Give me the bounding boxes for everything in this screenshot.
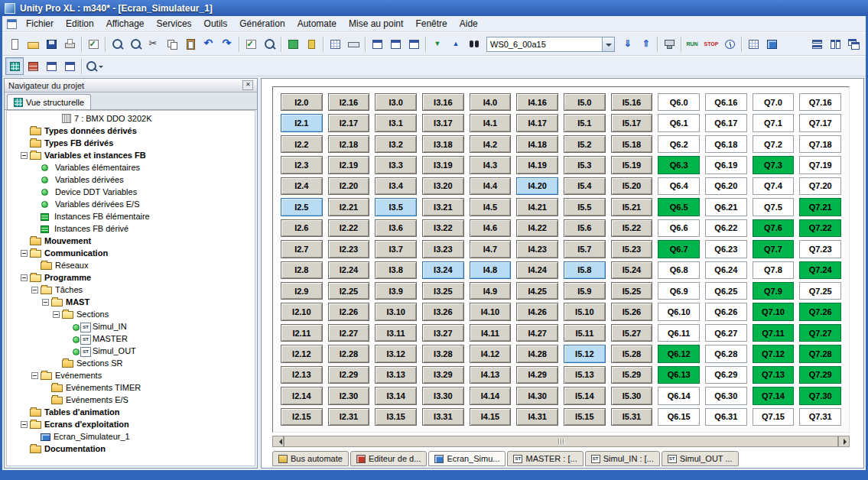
save-floppy-button[interactable] — [42, 35, 60, 53]
input-button-i5-4[interactable]: I5.4 — [564, 177, 606, 195]
printer-button[interactable] — [60, 35, 79, 53]
input-button-i4-12[interactable]: I4.12 — [470, 345, 512, 362]
input-button-i2-4[interactable]: I2.4 — [281, 177, 323, 195]
tree-item-taches[interactable]: Tâches — [7, 284, 255, 296]
connect-pc-button[interactable] — [660, 35, 678, 53]
scrollbar-thumb[interactable] — [284, 436, 838, 447]
grid-editor-button[interactable] — [326, 35, 344, 53]
tree-item-evenements[interactable]: Evénements — [7, 369, 255, 381]
input-button-i4-8[interactable]: I4.8 — [470, 261, 512, 279]
tree-item-simul-in[interactable]: Simul_IN — [7, 320, 255, 332]
input-button-i3-24[interactable]: I3.24 — [422, 261, 464, 279]
input-button-i3-9[interactable]: I3.9 — [375, 282, 417, 300]
input-button-i3-31[interactable]: I3.31 — [422, 408, 464, 426]
input-button-i3-7[interactable]: I3.7 — [375, 240, 417, 258]
input-button-i2-30[interactable]: I2.30 — [328, 387, 370, 404]
close-icon[interactable] — [242, 80, 253, 90]
input-button-i2-15[interactable]: I2.15 — [281, 408, 323, 426]
paste-clipboard-button[interactable] — [181, 35, 200, 53]
scroll-right-icon[interactable] — [838, 436, 850, 447]
input-button-i3-25[interactable]: I3.25 — [422, 282, 464, 300]
new-document-button[interactable] — [5, 35, 24, 53]
input-button-i4-23[interactable]: I4.23 — [516, 240, 558, 258]
input-button-i2-12[interactable]: I2.12 — [281, 345, 323, 362]
input-button-i3-0[interactable]: I3.0 — [375, 93, 417, 111]
input-button-i2-21[interactable]: I2.21 — [328, 198, 370, 216]
input-button-i4-22[interactable]: I4.22 — [516, 219, 558, 237]
input-button-i4-15[interactable]: I4.15 — [470, 408, 512, 426]
zoom-in-magnifier-button[interactable] — [108, 35, 126, 53]
menu-fenetre[interactable]: Fenêtre — [409, 17, 453, 31]
menu-aide[interactable]: Aide — [454, 17, 484, 31]
input-button-i2-27[interactable]: I2.27 — [328, 324, 370, 342]
input-button-i2-25[interactable]: I2.25 — [328, 282, 370, 300]
input-button-i2-11[interactable]: I2.11 — [281, 324, 323, 342]
animation-table-button[interactable] — [744, 35, 762, 53]
tile-horizontal-button[interactable] — [808, 35, 826, 53]
collapse-icon[interactable] — [53, 311, 60, 318]
input-button-i3-12[interactable]: I3.12 — [375, 345, 417, 362]
input-button-i5-0[interactable]: I5.0 — [564, 93, 606, 111]
input-button-i3-1[interactable]: I3.1 — [375, 114, 417, 131]
input-button-i2-9[interactable]: I2.9 — [281, 282, 323, 300]
input-button-i5-12[interactable]: I5.12 — [564, 345, 606, 362]
input-button-i3-5[interactable]: I3.5 — [375, 198, 417, 216]
input-button-i3-28[interactable]: I3.28 — [422, 345, 464, 362]
input-button-i4-31[interactable]: I4.31 — [516, 408, 558, 426]
tree-item-evenements-e-s[interactable]: Evénements E/S — [7, 394, 255, 406]
tree-item-ecrans-d-exploitation[interactable]: Ecrans d'exploitation — [7, 418, 255, 430]
open-folder-button[interactable] — [24, 35, 42, 53]
structural-view-button[interactable] — [5, 57, 24, 75]
copy-pages-button[interactable] — [163, 35, 181, 53]
input-button-i4-13[interactable]: I4.13 — [470, 366, 512, 384]
tree-item-7-bmx-ddo-3202k[interactable]: 7 : BMX DDO 3202K — [7, 112, 255, 125]
input-button-i4-7[interactable]: I4.7 — [470, 240, 512, 258]
station-combo[interactable]: WS0_6_00a15 — [486, 37, 615, 52]
input-button-i2-20[interactable]: I2.20 — [328, 177, 370, 195]
collapse-icon[interactable] — [42, 299, 49, 306]
input-button-i2-6[interactable]: I2.6 — [281, 219, 323, 237]
doc-tab-editeur-de-d[interactable]: Editeur de d... — [350, 451, 427, 466]
input-button-i2-24[interactable]: I2.24 — [328, 261, 370, 279]
input-button-i3-27[interactable]: I3.27 — [422, 324, 464, 342]
input-button-i3-15[interactable]: I3.15 — [375, 408, 417, 426]
input-button-i2-2[interactable]: I2.2 — [281, 135, 323, 153]
input-button-i5-18[interactable]: I5.18 — [611, 135, 653, 153]
collapse-icon[interactable] — [31, 372, 38, 379]
tree-item-device-ddt-variables[interactable]: Device DDT Variables — [7, 186, 255, 198]
input-button-i2-19[interactable]: I2.19 — [328, 156, 370, 174]
input-button-i4-25[interactable]: I4.25 — [516, 282, 558, 300]
input-button-i5-11[interactable]: I5.11 — [564, 324, 606, 342]
input-button-i5-26[interactable]: I5.26 — [611, 303, 653, 320]
input-button-i2-22[interactable]: I2.22 — [328, 219, 370, 237]
tree-item-evenements-timer[interactable]: Evénements TIMER — [7, 381, 255, 394]
input-button-i4-1[interactable]: I4.1 — [470, 114, 512, 131]
input-button-i5-27[interactable]: I5.27 — [611, 324, 653, 342]
tree-item-instances-fb-elementaire[interactable]: Instances FB élémentaire — [7, 210, 255, 222]
tree-item-reseaux[interactable]: Réseaux — [7, 259, 255, 271]
input-button-i3-18[interactable]: I3.18 — [422, 135, 464, 153]
tree-item-sections-sr[interactable]: Sections SR — [7, 357, 255, 369]
input-button-i5-17[interactable]: I5.17 — [611, 114, 653, 131]
input-button-i4-3[interactable]: I4.3 — [470, 156, 512, 174]
tree-item-programme[interactable]: Programme — [7, 271, 255, 284]
input-button-i4-10[interactable]: I4.10 — [470, 303, 512, 320]
tree-item-ecran-simulateur-1[interactable]: Ecran_Simulateur_1 — [7, 430, 255, 443]
input-button-i3-2[interactable]: I3.2 — [375, 135, 417, 153]
input-button-i3-16[interactable]: I3.16 — [422, 93, 464, 111]
tree-item-mouvement[interactable]: Mouvement — [7, 235, 255, 247]
input-button-i4-5[interactable]: I4.5 — [470, 198, 512, 216]
input-button-i5-22[interactable]: I5.22 — [611, 219, 653, 237]
menu-affichage[interactable]: Affichage — [100, 17, 151, 31]
input-button-i3-23[interactable]: I3.23 — [422, 240, 464, 258]
tile-vertical-button[interactable] — [826, 35, 844, 53]
input-button-i4-17[interactable]: I4.17 — [516, 114, 558, 131]
tree-item-variables-derivees-e-s[interactable]: Variables dérivées E/S — [7, 198, 255, 210]
input-button-i5-3[interactable]: I5.3 — [564, 156, 606, 174]
collapse-icon[interactable] — [21, 250, 28, 257]
chevron-down-icon[interactable] — [602, 37, 614, 51]
input-button-i4-9[interactable]: I4.9 — [470, 282, 512, 300]
window-view-button[interactable] — [60, 57, 79, 75]
input-button-i5-14[interactable]: I5.14 — [564, 387, 606, 404]
input-button-i5-13[interactable]: I5.13 — [564, 366, 606, 384]
